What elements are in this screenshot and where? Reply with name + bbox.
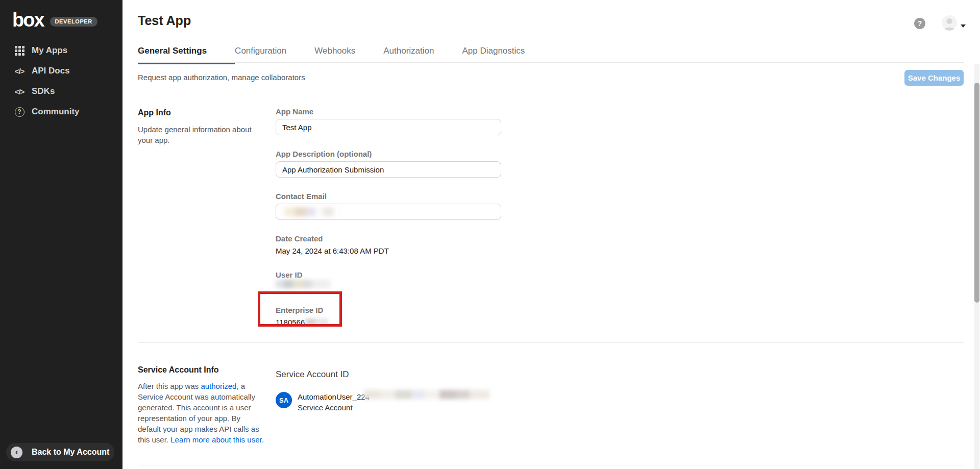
sidebar-nav: My Apps </> API Docs </> SDKs ? Communit… xyxy=(0,40,122,122)
service-account-subtitle: Service Account xyxy=(298,403,370,412)
app-info-heading: App Info xyxy=(138,108,265,117)
learn-more-link[interactable]: Learn more about this user. xyxy=(170,435,264,444)
redacted-service-account-name-suffix xyxy=(364,390,489,399)
tab-webhooks[interactable]: Webhooks xyxy=(314,46,383,64)
tab-bar-divider xyxy=(138,62,964,63)
tab-app-diagnostics[interactable]: App Diagnostics xyxy=(462,46,553,64)
save-changes-button[interactable]: Save Changes xyxy=(904,70,964,86)
sidebar-item-api-docs[interactable]: </> API Docs xyxy=(0,61,122,81)
avatar[interactable] xyxy=(942,15,957,31)
service-account-id-label: Service Account ID xyxy=(276,369,501,380)
person-icon xyxy=(942,15,957,31)
app-description-input[interactable] xyxy=(276,161,501,178)
app-info-intro: App Info Update general information abou… xyxy=(138,108,265,145)
service-account-text: AutomationUser_224 Service Account xyxy=(298,392,370,412)
app-name-input[interactable] xyxy=(276,119,501,135)
grid-icon xyxy=(14,45,24,56)
bottom-divider xyxy=(138,465,964,465)
sidebar-item-label: API Docs xyxy=(32,66,70,76)
service-account-description: After this app was authorized, a Service… xyxy=(138,381,265,445)
developer-badge: DEVELOPER xyxy=(50,17,97,27)
chevron-left-icon: ‹ xyxy=(11,447,22,458)
contact-email-label: Contact Email xyxy=(276,192,501,201)
user-id-label: User ID xyxy=(276,270,501,279)
scrollbar-track[interactable] xyxy=(974,64,979,469)
back-to-my-account-button[interactable]: ‹ Back to My Account xyxy=(6,443,114,461)
app-info-description: Update general information about your ap… xyxy=(138,124,265,145)
contact-email-input[interactable] xyxy=(276,204,501,220)
service-account-row: SA AutomationUser_224 Service Account xyxy=(276,392,501,412)
tab-general-settings[interactable]: General Settings xyxy=(138,46,235,64)
box-logo: box xyxy=(12,10,44,30)
chevron-down-icon[interactable] xyxy=(961,24,966,28)
box-developer-console-page: box DEVELOPER My Apps </> API Docs </> S xyxy=(0,0,980,469)
section-divider xyxy=(138,342,964,343)
sidebar: box DEVELOPER My Apps </> API Docs </> S xyxy=(0,0,122,469)
redacted-email-value xyxy=(284,207,341,216)
service-account-avatar: SA xyxy=(276,392,292,408)
date-created-label: Date Created xyxy=(276,234,501,243)
red-annotation-box xyxy=(258,291,342,327)
service-account-heading: Service Account Info xyxy=(138,365,265,375)
sidebar-item-label: Community xyxy=(32,107,80,117)
sidebar-item-label: SDKs xyxy=(32,86,55,96)
page-subtitle: Request app authorization, manage collab… xyxy=(138,73,305,82)
code-icon: </> xyxy=(14,86,24,96)
service-account-panel: Service Account ID SA AutomationUser_224… xyxy=(276,369,501,412)
date-created-value: May 24, 2024 at 6:43:08 AM PDT xyxy=(276,246,501,256)
sidebar-item-sdks[interactable]: </> SDKs xyxy=(0,81,122,102)
brand[interactable]: box DEVELOPER xyxy=(12,10,97,30)
page-title: Test App xyxy=(138,13,191,28)
app-name-label: App Name xyxy=(276,107,501,116)
authorized-link[interactable]: authorized, xyxy=(201,382,238,390)
back-button-label: Back to My Account xyxy=(32,448,109,457)
sidebar-item-community[interactable]: ? Community xyxy=(0,102,122,122)
tab-authorization[interactable]: Authorization xyxy=(383,46,462,64)
tab-bar: General Settings Configuration Webhooks … xyxy=(138,46,553,64)
tab-configuration[interactable]: Configuration xyxy=(235,46,314,64)
redacted-user-id-value xyxy=(276,280,330,288)
code-icon: </> xyxy=(14,66,24,76)
service-account-intro: Service Account Info After this app was … xyxy=(138,365,265,445)
sidebar-item-my-apps[interactable]: My Apps xyxy=(0,40,122,61)
help-icon[interactable]: ? xyxy=(914,18,925,29)
service-account-name: AutomationUser_224 xyxy=(298,392,370,402)
sidebar-item-label: My Apps xyxy=(32,45,67,56)
question-circle-icon: ? xyxy=(14,107,24,117)
scrollbar-thumb[interactable] xyxy=(974,83,979,303)
app-description-label: App Description (optional) xyxy=(276,150,501,158)
